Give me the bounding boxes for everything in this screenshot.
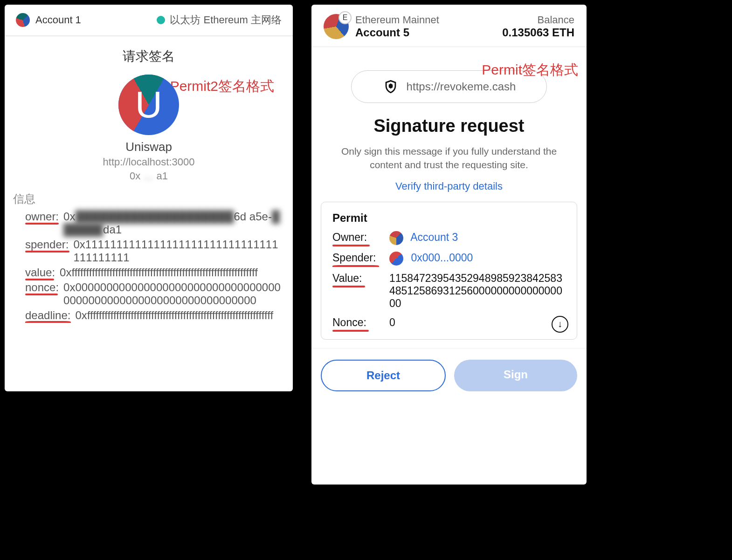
header: E Ethereum Mainnet Account 5 Balance 0.1…	[311, 5, 587, 47]
annotation-permit: Permit签名格式	[482, 61, 578, 80]
field-value: value: 0xfffffffffffffffffffffffffffffff…	[25, 266, 282, 279]
field-deadline: deadline: 0xffffffffffffffffffffffffffff…	[25, 309, 282, 322]
action-buttons: Reject Sign	[311, 348, 587, 403]
dapp-url: http://localhost:3000	[5, 156, 293, 168]
field-spender: Spender: 0x000...0000	[332, 252, 566, 266]
field-value: 0	[389, 316, 566, 329]
balance-display: Balance 0.135063 ETH	[502, 14, 574, 39]
shield-icon	[382, 78, 399, 95]
field-key: value:	[25, 266, 55, 279]
verify-details-link[interactable]: Verify third-party details	[311, 180, 587, 192]
account-avatar-icon: E	[324, 14, 349, 39]
field-owner: Owner: Account 3	[332, 231, 566, 245]
field-key: nonce:	[25, 281, 59, 294]
field-key: Owner:	[332, 231, 383, 244]
field-value: 0x11111111111111111111111111111111111111…	[73, 238, 282, 264]
field-value[interactable]: Account 3	[389, 231, 566, 245]
scroll-down-button[interactable]: ↓	[552, 316, 568, 333]
site-url: https://revokeme.cash	[407, 80, 516, 93]
contract-address: 0x … a1	[5, 170, 293, 182]
reject-button[interactable]: Reject	[321, 360, 446, 391]
permit-card: Permit Owner: Account 3 Spender: 0x000..…	[321, 202, 577, 340]
field-nonce: Nonce: 0	[332, 316, 566, 329]
balance-label: Balance	[502, 14, 574, 26]
permit-signature-panel: E Ethereum Mainnet Account 5 Balance 0.1…	[311, 5, 587, 485]
field-nonce: nonce: 0x0000000000000000000000000000000…	[25, 281, 282, 307]
field-key: Value:	[332, 272, 383, 285]
spender-avatar-icon	[389, 252, 403, 266]
account-name: Account 5	[355, 26, 439, 39]
network-selector[interactable]: 以太坊 Ethereum 主网络	[157, 13, 282, 27]
account-avatar-icon	[16, 13, 30, 27]
header: Account 1 以太坊 Ethereum 主网络	[5, 5, 293, 36]
dapp-name: Uniswap	[5, 140, 293, 154]
permit-title: Permit	[332, 212, 566, 225]
field-key: spender:	[25, 238, 69, 251]
field-value: 0x00000000000000000000000000000000000000…	[63, 281, 282, 307]
network-badge-icon: E	[338, 11, 352, 24]
account-info[interactable]: E Ethereum Mainnet Account 5	[324, 14, 439, 39]
account-selector[interactable]: Account 1	[16, 13, 81, 27]
logo-letter: U	[135, 83, 162, 126]
permit2-signature-panel: Account 1 以太坊 Ethereum 主网络 请求签名 Permit2签…	[5, 5, 293, 391]
network-status-icon	[157, 16, 165, 24]
network-name: Ethereum Mainnet	[355, 14, 439, 26]
field-key: Nonce:	[332, 316, 383, 329]
field-spender: spender: 0x11111111111111111111111111111…	[25, 238, 282, 264]
field-value[interactable]: 0x000...0000	[389, 252, 566, 266]
arrow-down-icon: ↓	[558, 319, 562, 329]
field-key: owner:	[25, 210, 59, 223]
field-owner: owner: 0x████████████████████6d a5e-████…	[25, 210, 282, 236]
owner-avatar-icon	[389, 231, 403, 245]
field-value: 0x████████████████████6d a5e-██████da1	[63, 210, 282, 236]
message-fields: owner: 0x████████████████████6d a5e-████…	[5, 210, 293, 332]
warning-text: Only sign this message if you fully unde…	[311, 144, 587, 172]
field-value: Value: 115847239543529489859238425834851…	[332, 272, 566, 310]
signature-request-title: Signature request	[311, 116, 587, 136]
field-key: Spender:	[332, 252, 383, 264]
field-key: deadline:	[25, 309, 70, 322]
signature-request-title: 请求签名	[5, 48, 293, 65]
annotation-permit2: Permit2签名格式	[170, 77, 274, 96]
dapp-logo-icon: U	[118, 75, 179, 135]
field-value: 0xffffffffffffffffffffffffffffffffffffff…	[60, 266, 282, 279]
sign-button[interactable]: Sign	[454, 360, 577, 391]
account-name: Account 1	[35, 14, 81, 26]
field-value: 0xffffffffffffffffffffffffffffffffffffff…	[75, 309, 282, 322]
info-section-label: 信息	[5, 182, 293, 210]
field-value: 1158472395435294898592384258348512586931…	[389, 272, 566, 310]
network-name: 以太坊 Ethereum 主网络	[170, 13, 282, 27]
balance-value: 0.135063 ETH	[502, 26, 574, 39]
